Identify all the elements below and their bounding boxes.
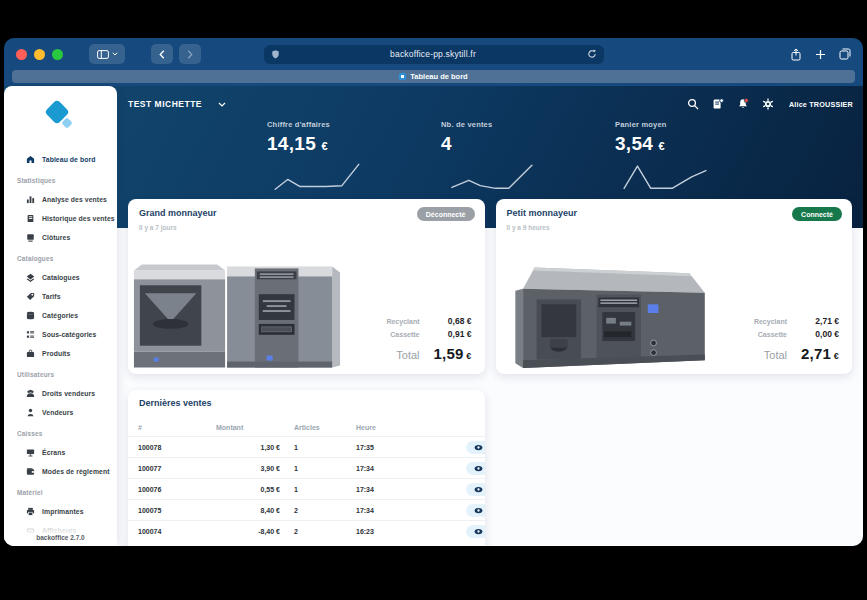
sidebar-item-modes-de-reglement[interactable]: Modes de règlement — [4, 462, 117, 481]
view-sale-button[interactable]: Voir — [466, 441, 485, 454]
sidebar-item-clotures[interactable]: Clôtures — [4, 228, 117, 247]
address-bar[interactable]: backoffice-pp.skytill.fr — [264, 45, 604, 64]
sidebar-item-droits-vendeurs[interactable]: Droits vendeurs — [4, 384, 117, 403]
sales-header-row: #MontantArticlesHeure — [128, 418, 485, 436]
cell-articles: 1 — [294, 465, 356, 472]
sales-row-100078: 1000781,30 €117:35Voir — [128, 436, 485, 457]
tab-tableau-de-bord[interactable]: Tableau de bord — [12, 70, 855, 83]
cell-montant: 3,90 € — [216, 465, 294, 472]
traffic-lights — [16, 49, 63, 60]
sidebar-item-label: Tarifs — [42, 293, 61, 300]
sidebar-item-tarifs[interactable]: Tarifs — [4, 287, 117, 306]
column-header-articles: Articles — [294, 424, 356, 431]
current-user-name[interactable]: Alice TROUSSIER — [789, 100, 853, 109]
petit-monnayeur-card: Petit monnayeur Il y a 9 heures Connecté — [496, 199, 853, 374]
eye-icon — [474, 465, 483, 472]
sidebar-item-tableau-de-bord[interactable]: Tableau de bord — [4, 150, 117, 169]
share-icon[interactable] — [790, 48, 802, 61]
device-amounts: Recyclant0,68 €Cassette0,91 € Total 1,59… — [386, 316, 471, 362]
latest-sales-card: Dernières ventes #MontantArticlesHeure10… — [128, 390, 485, 546]
dashboard-page: Tableau de bord StatistiquesAnalyse des … — [4, 86, 863, 546]
kpi-panier-moyen: Panier moyen3,54 € — [615, 120, 789, 191]
kpi-chiffre-d-affaires: Chiffre d'affaires14,15 € — [267, 120, 441, 191]
device-last-seen: Il y a 7 jours — [139, 224, 177, 231]
wallet-icon — [26, 467, 35, 476]
cell-heure: 17:35 — [356, 444, 466, 451]
device-amounts: Recyclant2,71 €Cassette0,00 € Total 2,71… — [754, 316, 839, 362]
sales-row-100076: 1000760,55 €117:34Voir — [128, 478, 485, 499]
sidebar-toggle-button[interactable] — [89, 44, 125, 64]
cell-heure: 17:34 — [356, 465, 466, 472]
view-sale-button[interactable]: Voir — [466, 504, 485, 517]
notifications-bell-icon[interactable] — [737, 98, 749, 110]
sidebar-item-sous-categories[interactable]: Sous-catégories — [4, 325, 117, 344]
column-header-montant: Montant — [216, 424, 294, 431]
screen-icon — [26, 448, 35, 457]
sales-row-100074: 100074-8,40 €216:23Voir — [128, 520, 485, 541]
news-document-icon[interactable] — [712, 98, 724, 110]
sidebar-item-historique-des-ventes[interactable]: Historique des ventes — [4, 209, 117, 228]
sidebar-item-label: Produits — [42, 350, 70, 357]
kpi-sparkline — [441, 159, 541, 191]
status-badge: Déconnecté — [417, 207, 475, 221]
close-window-button[interactable] — [16, 49, 27, 60]
kpi-label: Nb. de ventes — [441, 120, 615, 129]
cell-montant: 1,30 € — [216, 444, 294, 451]
sidebar-item-label: Tableau de bord — [42, 156, 96, 163]
sidebar-section-catalogues: Catalogues — [4, 249, 117, 268]
sidebar-item-catalogues[interactable]: Catalogues — [4, 268, 117, 287]
app-logo[interactable] — [4, 86, 117, 146]
sidebar-section-caisses: Caisses — [4, 424, 117, 443]
eye-icon — [474, 444, 483, 451]
user-icon — [26, 408, 35, 417]
kpi-nb-de-ventes: Nb. de ventes4 — [441, 120, 615, 191]
sidebar-item-imprimantes[interactable]: Imprimantes — [4, 502, 117, 521]
sidebar-item-label: Clôtures — [42, 234, 70, 241]
new-tab-icon[interactable] — [815, 49, 826, 60]
sidebar-item-label: Afficheurs — [42, 527, 77, 534]
sidebar-item-categories[interactable]: Catégories — [4, 306, 117, 325]
sidebar-item-label: Sous-catégories — [42, 331, 96, 338]
sidebar-item-vendeurs[interactable]: Vendeurs — [4, 403, 117, 422]
price-tag-icon — [26, 292, 35, 301]
sidebar-nav: Tableau de bord StatistiquesAnalyse des … — [4, 146, 117, 540]
settings-gear-icon[interactable] — [762, 98, 774, 110]
grand-monnayeur-card: Grand monnayeur Il y a 7 jours Déconnect… — [128, 199, 485, 374]
store-name: TEST MICHETTE — [128, 99, 202, 109]
status-badge: Connecté — [792, 207, 842, 221]
tab-strip: Tableau de bord — [4, 70, 863, 86]
latest-sales-title: Dernières ventes — [128, 398, 485, 408]
cell-montant: -8,40 € — [216, 528, 294, 535]
sidebar-item-label: Vendeurs — [42, 409, 73, 416]
store-selector[interactable]: TEST MICHETTE — [128, 99, 226, 109]
back-button[interactable] — [151, 44, 173, 64]
chevron-down-icon — [218, 102, 226, 107]
privacy-shield-icon[interactable] — [271, 49, 280, 60]
device-last-seen: Il y a 9 heures — [507, 224, 550, 231]
eye-icon — [474, 507, 483, 514]
reload-icon[interactable] — [587, 49, 597, 59]
total-label: Total — [396, 349, 419, 361]
sidebar-item-analyse-des-ventes[interactable]: Analyse des ventes — [4, 190, 117, 209]
cell-articles: 1 — [294, 444, 356, 451]
forward-button[interactable] — [179, 44, 201, 64]
tab-favicon — [399, 73, 406, 80]
tab-overview-icon[interactable] — [839, 48, 851, 60]
sidebar-item-label: Historique des ventes — [42, 215, 115, 222]
history-icon — [26, 214, 35, 223]
products-icon — [26, 349, 35, 358]
sidebar-item-produits[interactable]: Produits — [4, 344, 117, 363]
bar-chart-icon — [26, 195, 35, 204]
view-sale-button[interactable]: Voir — [466, 462, 485, 475]
view-sale-button[interactable]: Voir — [466, 525, 485, 538]
zoom-window-button[interactable] — [52, 49, 63, 60]
closure-icon — [26, 233, 35, 242]
kpi-sparkline — [615, 159, 715, 191]
cell-articles: 2 — [294, 507, 356, 514]
sidebar-item-ecrans[interactable]: Écrans — [4, 443, 117, 462]
search-icon[interactable] — [687, 98, 699, 110]
view-sale-button[interactable]: Voir — [466, 483, 485, 496]
cell-heure: 17:34 — [356, 507, 466, 514]
minimize-window-button[interactable] — [34, 49, 45, 60]
petit-monnayeur-image — [496, 252, 728, 374]
